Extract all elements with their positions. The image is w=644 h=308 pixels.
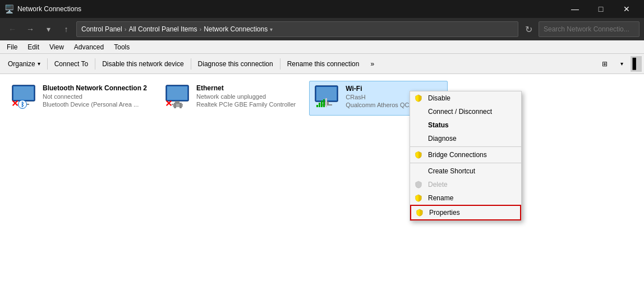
ctx-disable[interactable]: Disable (410, 91, 521, 105)
svg-rect-16 (319, 103, 320, 107)
disable-device-button[interactable]: Disable this network device (96, 54, 189, 73)
network-item-bluetooth[interactable]: ✕ ᛒ Bluetooth Network Connection 2 Not c… (7, 81, 151, 114)
svg-rect-18 (323, 99, 325, 107)
svg-rect-15 (316, 105, 318, 107)
ctx-bridge-label: Bridge Connections (428, 151, 487, 159)
menu-bar: File Edit View Advanced Tools (0, 40, 644, 54)
ctx-rename[interactable]: Rename (410, 191, 521, 205)
network-item-ethernet[interactable]: ✕ Ethernet Network cable unplugged Realt… (160, 81, 300, 114)
disable-shield-icon (415, 94, 422, 102)
menu-tools[interactable]: Tools (109, 42, 134, 52)
toolbar-separator-4 (280, 58, 280, 70)
ctx-delete-label: Delete (428, 181, 448, 189)
ethernet-status: Network cable unplugged (196, 93, 296, 100)
wifi-icon-wrap (314, 85, 341, 112)
organize-arrow-icon: ▾ (38, 61, 40, 67)
up-button[interactable]: ↑ (58, 21, 74, 37)
path-sep-2: › (199, 26, 201, 33)
context-menu: Disable Connect / Disconnect Status Diag… (410, 91, 522, 221)
svg-rect-19 (325, 98, 327, 107)
bluetooth-info: Bluetooth Network Connection 2 Not conne… (43, 84, 147, 108)
refresh-button[interactable]: ↻ (521, 21, 536, 37)
ctx-shortcut-label: Create Shortcut (428, 167, 475, 175)
path-part-2: All Control Panel Items (128, 25, 197, 33)
ctx-status-label: Status (428, 121, 449, 129)
ethernet-icon-wrap: ✕ (165, 84, 192, 111)
view-options-button[interactable]: ⊞ (597, 56, 613, 72)
minimize-button[interactable]: — (562, 0, 588, 18)
delete-shield-icon (415, 181, 422, 189)
toolbar-separator-3 (191, 58, 191, 70)
ctx-delete: Delete (410, 178, 521, 191)
rename-button[interactable]: Rename this connection (282, 54, 365, 73)
search-input[interactable] (539, 21, 640, 37)
bluetooth-name: Bluetooth Network Connection 2 (43, 84, 147, 92)
bluetooth-badge-icon: ᛒ (18, 100, 27, 109)
toolbar-separator-2 (95, 58, 95, 70)
ctx-properties-label: Properties (429, 209, 460, 217)
network-items-row: ✕ ᛒ Bluetooth Network Connection 2 Not c… (7, 81, 448, 116)
menu-edit[interactable]: Edit (23, 42, 44, 52)
close-button[interactable]: ✕ (614, 0, 640, 18)
ethernet-info: Ethernet Network cable unplugged Realtek… (196, 84, 296, 108)
toolbar-right: ⊞ ▾ ▌ (597, 56, 642, 72)
menu-view[interactable]: View (45, 42, 68, 52)
wifi-signal-icon (316, 98, 328, 107)
view-dropdown-button[interactable]: ▾ (614, 56, 629, 72)
ctx-bridge[interactable]: Bridge Connections (410, 148, 521, 162)
rename-shield-icon (415, 194, 422, 202)
ctx-sep-2 (410, 163, 521, 163)
ctx-rename-label: Rename (428, 194, 453, 202)
toolbar: Organize ▾ Connect To Disable this netwo… (0, 54, 644, 74)
ctx-diagnose[interactable]: Diagnose (410, 132, 521, 145)
ctx-connect[interactable]: Connect / Disconnect (410, 105, 521, 118)
menu-file[interactable]: File (2, 42, 22, 52)
path-dropdown-arrow: ▾ (270, 26, 273, 33)
ctx-shortcut[interactable]: Create Shortcut (410, 164, 521, 178)
bridge-shield-icon (415, 151, 422, 159)
ethernet-name: Ethernet (196, 84, 296, 92)
ethernet-disconnect-icon: ✕ (165, 98, 172, 109)
svg-rect-10 (180, 103, 182, 108)
back-button[interactable]: ← (4, 21, 20, 37)
path-part-1: Control Panel (81, 25, 122, 33)
organize-button[interactable]: Organize ▾ (2, 54, 46, 73)
toolbar-separator-1 (47, 58, 48, 70)
forward-button[interactable]: → (22, 21, 38, 37)
maximize-button[interactable]: □ (588, 0, 614, 18)
path-sep-1: › (125, 26, 127, 33)
title-bar: 🖥️ Network Connections — □ ✕ (0, 0, 644, 18)
title-bar-controls: — □ ✕ (562, 0, 640, 18)
path-part-3: Network Connections (204, 25, 268, 33)
address-path[interactable]: Control Panel › All Control Panel Items … (76, 21, 518, 37)
sidebar-toggle-button[interactable]: ▌ (631, 56, 642, 72)
dropdown-button[interactable]: ▾ (40, 21, 56, 37)
ctx-disable-label: Disable (428, 94, 450, 102)
connect-to-button[interactable]: Connect To (49, 54, 94, 73)
bluetooth-device: Bluetooth Device (Personal Area ... (43, 101, 147, 108)
more-button[interactable]: » (365, 54, 380, 73)
menu-advanced[interactable]: Advanced (70, 42, 108, 52)
address-bar: ← → ▾ ↑ Control Panel › All Control Pane… (0, 18, 644, 40)
cable-icon (173, 102, 183, 109)
properties-shield-icon (416, 209, 424, 217)
ctx-connect-label: Connect / Disconnect (428, 108, 492, 116)
ctx-sep-1 (410, 146, 521, 147)
title-bar-left: 🖥️ Network Connections (4, 4, 81, 13)
bluetooth-icon-wrap: ✕ ᛒ (11, 84, 38, 111)
diagnose-button[interactable]: Diagnose this connection (192, 54, 279, 73)
main-content: ✕ ᛒ Bluetooth Network Connection 2 Not c… (0, 74, 644, 308)
svg-rect-17 (321, 100, 323, 107)
ctx-diagnose-label: Diagnose (428, 135, 457, 142)
bluetooth-status: Not connected (43, 93, 147, 100)
window-title: Network Connections (17, 5, 81, 13)
app-icon: 🖥️ (4, 4, 14, 13)
svg-rect-9 (174, 103, 176, 108)
ethernet-device: Realtek PCIe GBE Family Controller (196, 101, 296, 108)
ctx-properties[interactable]: Properties (410, 205, 521, 220)
ctx-status[interactable]: Status (410, 118, 521, 132)
